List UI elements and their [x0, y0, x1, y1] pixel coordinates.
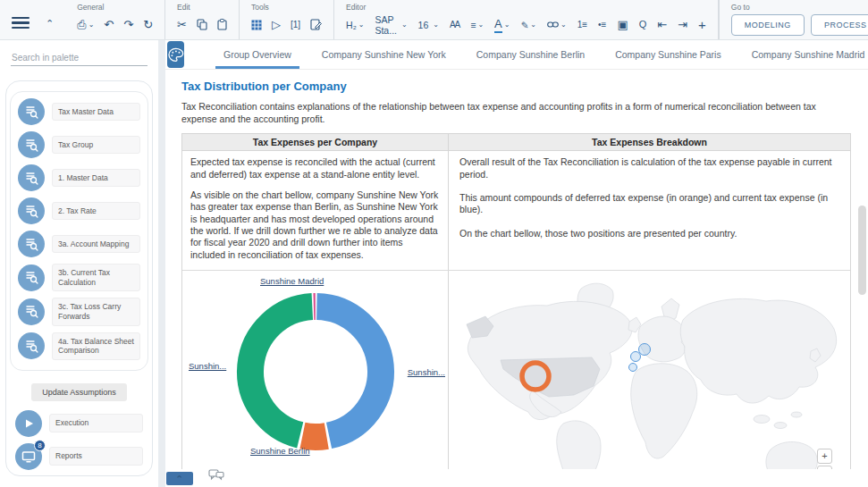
modeling-button[interactable]: MODELING — [731, 14, 805, 36]
update-assumptions-button[interactable]: Update Assumptions — [31, 383, 127, 401]
palette-search-input[interactable] — [11, 50, 147, 66]
insert-more-icon[interactable]: + — [698, 18, 706, 31]
bullet-list-icon[interactable]: •≡ — [598, 21, 606, 29]
refresh-icon[interactable]: ↻ — [143, 19, 153, 30]
palette-item-current-tax-calculation[interactable]: 3b. Current Tax Calculation — [18, 264, 140, 291]
doc-search-icon — [18, 164, 45, 191]
paragraph: As visible on the chart bellow, company … — [190, 189, 440, 261]
vertical-scrollbar-thumb[interactable] — [858, 206, 866, 295]
doc-search-icon — [18, 197, 45, 224]
palette-item-execution[interactable]: Execution — [15, 410, 143, 437]
toolbar-group-general: General ⎙⌄ ↶ ↷ ↻ — [65, 0, 165, 39]
palette-item-reports[interactable]: 8 Reports — [15, 443, 143, 470]
palette-item-account-mapping[interactable]: 3a. Account Mapping — [18, 231, 140, 257]
font-size-select[interactable]: 16 ⌄ — [418, 20, 439, 30]
palette-item-tax-group[interactable]: Tax Group — [18, 131, 140, 158]
palette-toggle-button[interactable] — [167, 41, 184, 68]
tab-group-overview[interactable]: Group Overview — [208, 40, 307, 69]
palette-item-tax-master-data[interactable]: Tax Master Data — [18, 98, 140, 125]
decrease-indent-icon[interactable]: ⇤ — [657, 19, 667, 30]
numbered-list-icon[interactable]: 1≡ — [577, 21, 587, 29]
palette-item-tax-balance-sheet-comparison[interactable]: 4a. Tax Balance Sheet Comparison — [18, 332, 140, 360]
col-header-tax-expenses-breakdown: Tax Expenses Breakdown — [449, 134, 850, 150]
tab-company-sunshine-new-york[interactable]: Company Sunshine New York — [307, 40, 461, 69]
donut-chart[interactable]: Sunshine Madrid Sunshin... Sunshin... Su… — [182, 271, 449, 487]
hamburger-menu-icon[interactable] — [12, 14, 29, 32]
paragraph: On the chart bellow, those two positions… — [459, 228, 839, 239]
palette-item-label: 2. Tax Rate — [52, 202, 140, 221]
application-window: ⌄ General ⎙⌄ ↶ ↷ ↻ Edit ✂ Tools ▷ [1] — [0, 0, 868, 487]
comments-icon[interactable] — [208, 468, 224, 484]
increase-indent-icon[interactable]: ⇥ — [678, 19, 687, 30]
save-icon[interactable]: ⎙⌄ — [77, 19, 94, 30]
doc-search-icon — [18, 298, 45, 325]
palette-item-label: 3c. Tax Loss Carry Forwards — [52, 298, 140, 325]
palette-item-tax-rate[interactable]: 2. Tax Rate — [18, 197, 140, 224]
cut-icon[interactable]: ✂ — [177, 19, 187, 30]
donut-label-new-york[interactable]: Sunshin... — [408, 367, 445, 377]
toolbar-group-editor: Editor H₂⌄ SAP Sta... ⌄ 16 ⌄ AA ≡⌄ A⌄ ✎⌄… — [334, 0, 719, 39]
tab-company-sunshine-berlin[interactable]: Company Sunshine Berlin — [461, 40, 600, 69]
map-zoom-in-button[interactable]: + — [817, 449, 832, 464]
tab-company-sunshine-paris[interactable]: Company Sunshine Paris — [600, 40, 736, 69]
tabs: Group Overview Company Sunshine New York… — [208, 40, 868, 69]
process-button[interactable]: PROCESS — [811, 14, 868, 36]
world-map-svg — [449, 271, 850, 487]
donut-label-madrid[interactable]: Sunshine Madrid — [260, 276, 324, 286]
palette-item-label: 3b. Current Tax Calculation — [52, 264, 140, 291]
toolbar-group-edit: Edit ✂ — [165, 0, 240, 39]
highlight-pen-select[interactable]: ✎⌄ — [520, 20, 536, 30]
menu-group: ⌄ — [0, 0, 65, 39]
cell-breakdown-text: Overall result of the Tax Reconciliation… — [449, 151, 850, 270]
table-header-row: Tax Expenses per Company Tax Expenses Br… — [182, 134, 850, 151]
palette-steps-panel: Tax Master Data Tax Group 1. Master Data — [10, 91, 148, 371]
palette-sidebar: Tax Master Data Tax Group 1. Master Data — [0, 40, 158, 487]
content-table: Tax Expenses per Company Tax Expenses Br… — [181, 133, 851, 487]
palette-icon — [167, 46, 184, 63]
paste-icon[interactable] — [217, 19, 227, 30]
page-tabbar: Group Overview Company Sunshine New York… — [165, 40, 868, 70]
group-label-general: General — [77, 3, 104, 12]
group-label-edit: Edit — [177, 3, 190, 12]
undo-icon[interactable]: ↶ — [104, 19, 114, 30]
collapse-panel-button[interactable]: ⌄ — [166, 472, 193, 485]
link-select[interactable]: ⌄ — [547, 21, 567, 29]
font-family-select[interactable]: SAP Sta... ⌄ — [375, 14, 407, 36]
copy-icon[interactable] — [197, 19, 207, 30]
doc-search-icon — [18, 231, 45, 257]
top-toolbar: ⌄ General ⎙⌄ ↶ ↷ ↻ Edit ✂ Tools ▷ [1] — [0, 0, 868, 40]
table-icon[interactable] — [251, 20, 262, 30]
doc-search-icon — [18, 332, 45, 359]
chevron-up-icon: ⌄ — [175, 473, 183, 484]
doc-search-icon — [18, 264, 45, 291]
palette-item-tax-loss-carry-forwards[interactable]: 3c. Tax Loss Carry Forwards — [18, 298, 140, 325]
page-title: Tax Distribution per Company — [181, 80, 851, 93]
insert-frame-icon[interactable]: ▣ — [617, 19, 628, 30]
tab-company-sunshine-madrid[interactable]: Company Sunshine Madrid — [737, 40, 868, 69]
text-color-select[interactable]: A⌄ — [494, 17, 510, 33]
group-label-tools: Tools — [251, 3, 269, 12]
special-char-icon[interactable]: Q — [639, 20, 647, 29]
doc-search-icon — [18, 98, 45, 125]
table-chart-row: Sunshine Madrid Sunshin... Sunshin... Su… — [182, 270, 850, 487]
paragraph: This amount compounds of deferred tax ex… — [459, 192, 839, 216]
align-select[interactable]: ≡⌄ — [470, 20, 484, 30]
paragraph: Overall result of the Tax Reconciliation… — [459, 156, 839, 181]
font-style-icon[interactable]: AA — [450, 21, 459, 29]
cell-company-text: Expected tax expense is reconciled with … — [182, 151, 449, 270]
run-icon[interactable]: ▷ — [272, 19, 281, 30]
heading-style-select[interactable]: H₂⌄ — [346, 20, 364, 30]
numeric-point-icon[interactable]: [1] — [291, 21, 300, 29]
doc-search-icon — [18, 131, 45, 158]
collapse-toolbar-icon[interactable]: ⌄ — [46, 17, 54, 29]
donut-label-berlin[interactable]: Sunshine Berlin — [250, 446, 310, 456]
page-edit-icon[interactable] — [310, 19, 322, 30]
palette-item-master-data[interactable]: 1. Master Data — [18, 164, 140, 191]
palette-item-label: 3a. Account Mapping — [52, 235, 140, 254]
palette-item-label: 1. Master Data — [52, 169, 140, 188]
reports-screen-icon: 8 — [15, 443, 42, 470]
redo-icon[interactable]: ↷ — [123, 19, 133, 30]
reports-badge: 8 — [34, 440, 46, 451]
world-map-chart[interactable]: + − Highcharts.com © Natural Earth — [449, 271, 850, 487]
donut-label-paris[interactable]: Sunshin... — [189, 361, 226, 371]
